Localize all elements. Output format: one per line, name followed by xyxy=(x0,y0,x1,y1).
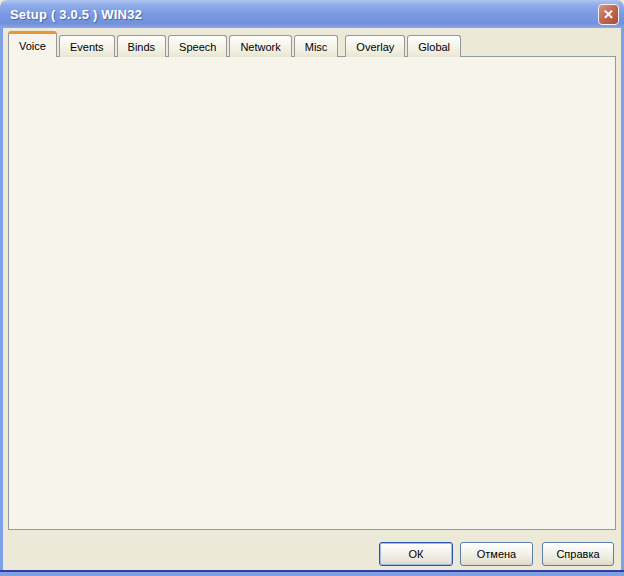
tab-binds[interactable]: Binds xyxy=(117,35,167,57)
tab-overlay[interactable]: Overlay xyxy=(345,35,405,57)
tab-voice[interactable]: Voice xyxy=(8,31,57,57)
cancel-button[interactable]: Отмена xyxy=(460,542,533,566)
voice-tab-page xyxy=(8,56,616,530)
window-title: Setup ( 3.0.5 ) WIN32 xyxy=(0,7,142,22)
tab-misc[interactable]: Misc xyxy=(294,35,339,57)
tab-global[interactable]: Global xyxy=(407,35,461,57)
help-button[interactable]: Справка xyxy=(542,542,614,566)
window-border-bottom xyxy=(0,570,624,576)
tab-bar: Voice Events Binds Speech Network Misc O… xyxy=(8,31,463,57)
window-border-left xyxy=(0,28,3,576)
close-icon: ✕ xyxy=(603,7,614,22)
close-button[interactable]: ✕ xyxy=(598,4,619,25)
title-bar[interactable]: Setup ( 3.0.5 ) WIN32 ✕ xyxy=(0,0,624,28)
tab-network[interactable]: Network xyxy=(229,35,291,57)
tab-speech[interactable]: Speech xyxy=(168,35,227,57)
tab-events[interactable]: Events xyxy=(59,35,115,57)
setup-dialog: Setup ( 3.0.5 ) WIN32 ✕ Voice Events Bin… xyxy=(0,0,624,576)
ok-button[interactable]: ОК xyxy=(379,542,453,566)
